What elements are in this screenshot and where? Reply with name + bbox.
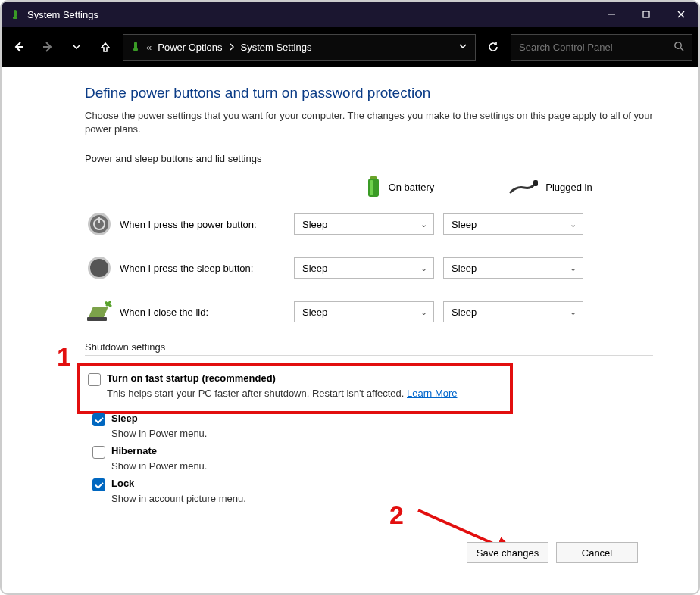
svg-rect-9 xyxy=(133,48,138,51)
learn-more-link[interactable]: Learn More xyxy=(407,388,457,399)
svg-line-11 xyxy=(680,48,683,51)
svg-rect-14 xyxy=(370,180,373,195)
chevron-down-icon: ⌄ xyxy=(570,220,577,229)
lock-desc: Show in account picture menu. xyxy=(111,493,653,504)
lock-label: Lock xyxy=(111,478,134,489)
col-plugged: Plugged in xyxy=(479,179,623,195)
breadcrumb-ellipsis: « xyxy=(146,42,152,53)
breadcrumb-current: System Settings xyxy=(241,42,312,53)
row-sleep-button: When I press the sleep button: Sleep⌄ Sl… xyxy=(85,254,653,282)
fast-startup-checkbox[interactable] xyxy=(88,373,101,386)
svg-rect-3 xyxy=(643,11,649,17)
chevron-down-icon: ⌄ xyxy=(570,263,577,273)
hibernate-label: Hibernate xyxy=(111,445,157,456)
chevron-down-icon: ⌄ xyxy=(570,307,577,317)
page-description: Choose the power settings that you want … xyxy=(85,109,653,136)
chevron-right-icon xyxy=(229,42,235,53)
svg-rect-22 xyxy=(87,317,107,321)
search-box[interactable] xyxy=(511,34,692,61)
fast-startup-item: Turn on fast startup (recommended) xyxy=(88,372,502,386)
select-power-plugged[interactable]: Sleep⌄ xyxy=(443,213,583,235)
select-sleep-battery[interactable]: Sleep⌄ xyxy=(294,257,434,279)
address-dropdown-icon[interactable] xyxy=(458,42,467,53)
search-input[interactable] xyxy=(519,42,673,53)
close-button[interactable] xyxy=(664,2,698,27)
page-heading: Define power buttons and turn on passwor… xyxy=(85,85,653,101)
window-title: System Settings xyxy=(27,9,98,20)
sleep-item: Sleep xyxy=(92,413,653,426)
annotation-box-1: Turn on fast startup (recommended) This … xyxy=(77,363,513,414)
toolbar: « Power Options System Settings xyxy=(2,27,698,67)
breadcrumb-parent[interactable]: Power Options xyxy=(158,42,222,53)
plug-icon xyxy=(509,179,539,195)
fast-startup-desc: This helps start your PC faster after sh… xyxy=(107,388,407,399)
battery-icon xyxy=(131,41,140,54)
maximize-button[interactable] xyxy=(629,2,664,27)
svg-point-10 xyxy=(675,42,681,48)
up-button[interactable] xyxy=(94,36,117,58)
col-battery: On battery xyxy=(327,175,471,199)
laptop-lid-icon xyxy=(85,298,114,326)
hibernate-item: Hibernate xyxy=(92,445,653,459)
save-button[interactable]: Save changes xyxy=(467,542,548,563)
col-battery-label: On battery xyxy=(389,182,435,193)
row-lid-label: When I close the lid: xyxy=(120,307,294,318)
cancel-button[interactable]: Cancel xyxy=(556,542,638,563)
power-buttons-group-label: Power and sleep buttons and lid settings xyxy=(85,153,653,167)
sleep-button-icon xyxy=(85,254,114,282)
svg-rect-8 xyxy=(134,42,137,49)
hibernate-desc: Show in Power menu. xyxy=(111,460,653,472)
title-bar: System Settings xyxy=(2,2,698,27)
hibernate-checkbox[interactable] xyxy=(92,446,105,459)
row-sleep-label: When I press the sleep button: xyxy=(120,263,294,274)
sleep-label: Sleep xyxy=(111,413,138,424)
forward-button[interactable] xyxy=(36,36,59,58)
footer-buttons: Save changes Cancel xyxy=(467,542,638,563)
shutdown-group-label: Shutdown settings xyxy=(85,341,653,356)
fast-startup-label: Turn on fast startup (recommended) xyxy=(107,372,276,384)
sleep-desc: Show in Power menu. xyxy=(111,428,653,439)
select-sleep-plugged[interactable]: Sleep⌄ xyxy=(443,257,583,279)
row-lid: When I close the lid: Sleep⌄ Sleep⌄ xyxy=(85,298,653,326)
back-button[interactable] xyxy=(8,36,30,58)
app-icon xyxy=(9,8,21,20)
row-power-label: When I press the power button: xyxy=(120,219,294,230)
svg-rect-1 xyxy=(13,17,17,19)
breadcrumb-bar[interactable]: « Power Options System Settings xyxy=(123,34,476,61)
lock-checkbox[interactable] xyxy=(92,478,105,491)
refresh-button[interactable] xyxy=(482,36,505,58)
row-power-button: When I press the power button: Sleep⌄ Sl… xyxy=(85,210,653,238)
svg-rect-0 xyxy=(14,10,17,17)
minimize-button[interactable] xyxy=(594,2,629,27)
chevron-down-icon: ⌄ xyxy=(420,263,427,273)
recent-dropdown[interactable] xyxy=(65,36,88,58)
power-button-icon xyxy=(85,210,114,238)
select-power-battery[interactable]: Sleep⌄ xyxy=(294,213,434,235)
select-lid-plugged[interactable]: Sleep⌄ xyxy=(443,301,583,322)
col-plugged-label: Plugged in xyxy=(545,182,592,193)
annotation-1: 1 xyxy=(57,342,71,372)
content-area: Define power buttons and turn on passwor… xyxy=(2,67,698,504)
annotation-2: 2 xyxy=(389,500,404,530)
battery-icon xyxy=(364,175,383,199)
window-controls xyxy=(594,2,698,27)
sleep-checkbox[interactable] xyxy=(92,413,105,426)
svg-point-21 xyxy=(90,259,108,277)
lock-item: Lock xyxy=(92,478,653,491)
search-icon[interactable] xyxy=(673,41,684,54)
select-lid-battery[interactable]: Sleep⌄ xyxy=(294,301,434,322)
column-headers: On battery Plugged in xyxy=(85,175,653,199)
svg-rect-15 xyxy=(533,180,538,186)
chevron-down-icon: ⌄ xyxy=(420,220,427,229)
chevron-down-icon: ⌄ xyxy=(420,307,427,317)
